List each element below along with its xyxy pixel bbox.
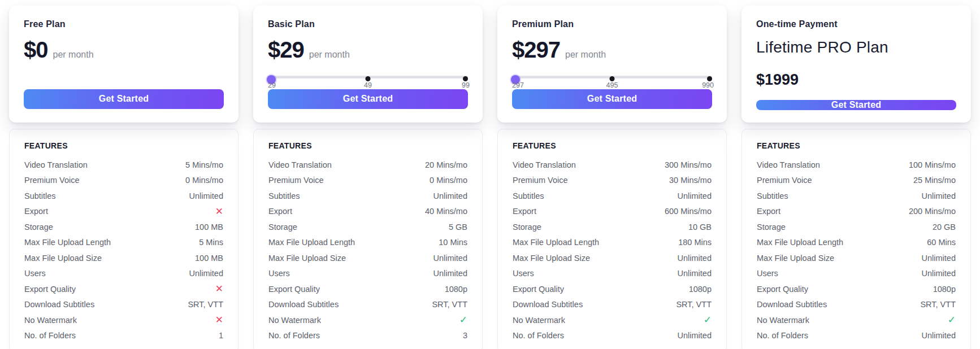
slider-track[interactable]: [512, 76, 712, 78]
cross-icon: ✕: [215, 315, 223, 325]
feature-row: Max File Upload Length 5 Mins: [24, 235, 223, 251]
feature-row: Premium Voice 0 Mins/mo: [24, 173, 223, 189]
price-row: $297 per month: [512, 38, 712, 61]
feature-value: 5 GB: [449, 223, 467, 232]
slider-mark-label: 49: [364, 81, 372, 89]
price-row: $29 per month: [268, 38, 468, 61]
feature-label: No Watermark: [513, 316, 565, 325]
feature-row: Video Translation 100 Mins/mo: [757, 157, 956, 173]
price-row: $0 per month: [24, 38, 224, 61]
feature-value: 40 Mins/mo: [425, 207, 467, 216]
feature-value: 1080p: [933, 285, 956, 294]
feature-value: Unlimited: [433, 254, 467, 263]
plan-period: per month: [565, 50, 606, 60]
feature-label: Subtitles: [513, 191, 544, 200]
feature-value: Unlimited: [922, 191, 956, 200]
feature-label: Export: [757, 207, 780, 216]
feature-label: Video Translation: [757, 160, 820, 169]
price-slider: 29 49 99: [268, 72, 468, 89]
slider-track[interactable]: [268, 76, 468, 78]
feature-row: No. of Folders 1: [24, 328, 223, 344]
features-panel: FEATURES Video Translation 20 Mins/mo Pr…: [253, 129, 483, 349]
feature-value: 0 Mins/mo: [430, 176, 467, 185]
feature-value: 30 Mins/mo: [669, 176, 712, 185]
feature-label: Subtitles: [757, 191, 788, 200]
feature-rows: Video Translation 5 Mins/mo Premium Voic…: [24, 157, 223, 343]
plan-period: per month: [309, 50, 350, 60]
feature-row: Export ✕: [24, 204, 223, 220]
feature-row: Max File Upload Length 60 Mins: [757, 235, 956, 251]
pricing-plans: Free Plan $0 per month Get Started: [0, 0, 980, 349]
feature-value: 1080p: [689, 285, 712, 294]
feature-rows: Video Translation 100 Mins/mo Premium Vo…: [757, 157, 956, 343]
plan-subtitle: Lifetime PRO Plan: [756, 38, 956, 56]
plan-card: Free Plan $0 per month Get Started: [9, 6, 239, 349]
feature-label: Storage: [24, 223, 53, 232]
slider-labels: 297 495 990: [512, 81, 712, 90]
feature-value: 100 Mins/mo: [909, 160, 956, 169]
plan-header-card: Premium Plan $297 per month 297 495 990 …: [497, 6, 727, 123]
feature-row: Subtitles Unlimited: [24, 188, 223, 204]
feature-row: Users Unlimited: [757, 266, 956, 282]
feature-label: Max File Upload Size: [24, 254, 102, 263]
feature-value: 1: [219, 331, 223, 340]
feature-rows: Video Translation 300 Mins/mo Premium Vo…: [513, 157, 712, 343]
feature-value: SRT, VTT: [188, 300, 223, 309]
feature-value: Unlimited: [922, 269, 956, 278]
feature-label: Export: [513, 207, 536, 216]
slider-mark-label: 495: [606, 81, 618, 89]
feature-row: Premium Voice 0 Mins/mo: [268, 173, 467, 189]
feature-label: Users: [24, 269, 46, 278]
feature-label: Video Translation: [24, 160, 88, 169]
feature-value: 10 GB: [688, 223, 712, 232]
feature-label: Users: [757, 269, 778, 278]
feature-label: No Watermark: [24, 316, 77, 325]
feature-row: Export Quality ✕: [24, 281, 223, 297]
plan-period: per month: [53, 50, 94, 60]
features-heading: FEATURES: [268, 141, 467, 150]
feature-label: Max File Upload Length: [24, 238, 111, 247]
feature-row: Export Quality 1080p: [268, 281, 467, 297]
feature-value: 300 Mins/mo: [665, 160, 712, 169]
feature-label: Storage: [757, 223, 786, 232]
price-slider: 297 495 990: [512, 72, 712, 89]
feature-row: No. of Folders Unlimited: [757, 328, 956, 344]
feature-label: Download Subtitles: [24, 300, 94, 309]
feature-row: Storage 20 GB: [757, 219, 956, 235]
feature-label: Users: [268, 269, 290, 278]
feature-value: 1080p: [445, 285, 467, 294]
plan-price: $297: [512, 38, 560, 61]
cross-icon: ✕: [215, 284, 223, 294]
feature-value: 10 Mins: [439, 238, 467, 247]
feature-row: Users Unlimited: [24, 266, 223, 282]
plan-card: Basic Plan $29 per month 29 49 99 Get St…: [253, 6, 483, 349]
feature-value: Unlimited: [922, 331, 956, 340]
get-started-button[interactable]: Get Started: [756, 100, 956, 110]
feature-row: No Watermark ✕: [24, 312, 223, 328]
slider-mark-dot: [463, 76, 468, 81]
feature-label: No. of Folders: [513, 331, 564, 340]
feature-row: No. of Folders 3: [268, 328, 467, 344]
feature-value: Unlimited: [678, 269, 712, 278]
feature-row: Download Subtitles SRT, VTT: [268, 297, 467, 313]
feature-value: Unlimited: [433, 269, 467, 278]
plan-title: Basic Plan: [268, 19, 468, 29]
feature-label: Max File Upload Length: [757, 238, 843, 247]
get-started-button[interactable]: Get Started: [512, 89, 712, 109]
feature-row: Export Quality 1080p: [513, 281, 712, 297]
feature-label: No. of Folders: [757, 331, 808, 340]
feature-label: Export: [268, 207, 292, 216]
feature-label: Premium Voice: [757, 176, 812, 185]
get-started-button[interactable]: Get Started: [24, 89, 224, 109]
get-started-button[interactable]: Get Started: [268, 89, 468, 109]
feature-value: 5 Mins: [199, 238, 223, 247]
plan-price: $0: [24, 38, 48, 61]
feature-row: No Watermark ✓: [757, 312, 956, 328]
feature-row: Subtitles Unlimited: [268, 188, 467, 204]
check-icon: ✓: [704, 315, 712, 325]
feature-label: Max File Upload Length: [513, 238, 599, 247]
feature-row: Max File Upload Length 10 Mins: [268, 235, 467, 251]
feature-label: Export Quality: [757, 285, 808, 294]
feature-label: Subtitles: [24, 191, 56, 200]
feature-value: Unlimited: [678, 254, 712, 263]
